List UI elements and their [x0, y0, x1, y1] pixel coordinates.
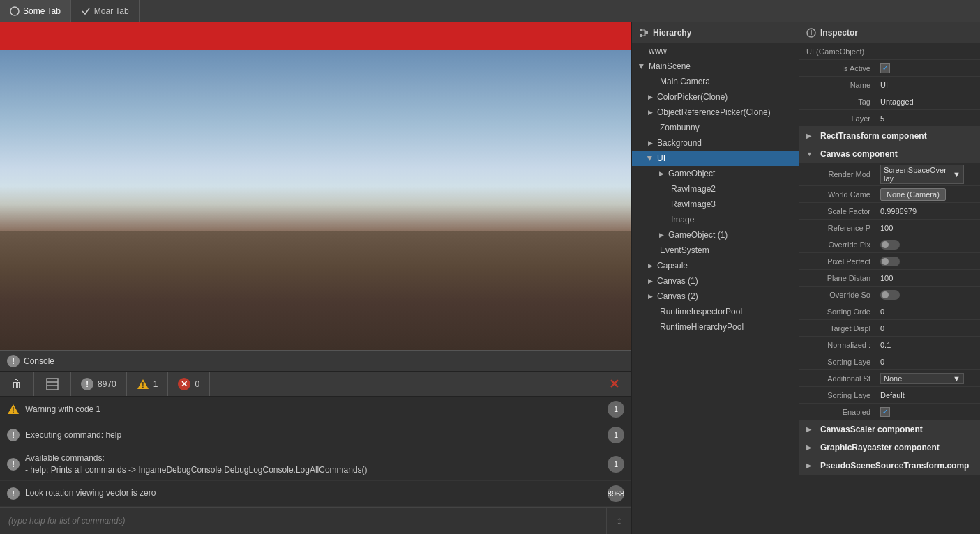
hierarchy-item-background[interactable]: ▶ Background — [632, 135, 799, 151]
targetdispl-value: 0 — [880, 324, 973, 333]
pseudoscene-label: PseudoSceneSourceTransform.comp — [820, 461, 969, 471]
hierarchy-item-colorpicker[interactable]: ▶ ColorPicker(Clone) — [632, 89, 799, 105]
inspector-section-canvasscaler[interactable]: ▶ CanvasScaler component — [799, 420, 980, 438]
hierarchy-item-rawimage2[interactable]: RawImage2 — [632, 181, 799, 197]
inspector-row-sortingordering: Sorting Orde 0 — [799, 303, 980, 320]
h-label-colorpicker: ColorPicker(Clone) — [657, 92, 799, 102]
inspector-row-sortinglaye2: Sorting Laye Default — [799, 387, 980, 404]
layer-value: 5 — [880, 114, 973, 123]
moar-tab[interactable]: Moar Tab — [71, 0, 140, 22]
console-scroll-button[interactable]: ↕ — [606, 508, 631, 534]
svg-rect-8 — [640, 29, 642, 31]
overridepix-label: Override Pix — [806, 241, 876, 249]
h-label-objectrefpicker: ObjectReferencePicker(Clone) — [657, 107, 799, 117]
rendermod-dropdown[interactable]: ScreenSpaceOverlay ▼ — [880, 165, 964, 184]
hierarchy-item-canvas1[interactable]: ▶ Canvas (1) — [632, 273, 799, 289]
clear-errors-button[interactable]: ✕ — [598, 372, 631, 396]
console-msg-count-2: 1 — [608, 456, 624, 473]
warning-count-btn[interactable]: ! 1 — [127, 372, 169, 396]
overridepix-toggle[interactable] — [880, 240, 900, 250]
targetdispl-label: Target Displ — [806, 324, 876, 333]
console-message-3[interactable]: ! Look rotation viewing vector is zero 8… — [0, 481, 631, 507]
scene-ground — [0, 231, 631, 350]
inspector-icon — [806, 28, 816, 38]
critical-count-btn[interactable]: ✕ 0 — [168, 372, 210, 396]
console-message-0[interactable]: ! Warning with code 1 1 — [0, 397, 631, 422]
hierarchy-item-mainscene[interactable]: ▶ MainScene — [632, 59, 799, 74]
normalized-value: 0.1 — [880, 341, 973, 349]
some-tab-label: Some Tab — [23, 6, 61, 16]
svg-text:!: ! — [142, 381, 144, 389]
some-tab[interactable]: Some Tab — [0, 0, 71, 22]
scalefactor-label: Scale Factor — [806, 207, 876, 215]
inspector-row-worldcame: World Came None (Camera) — [799, 186, 980, 203]
hierarchy-item-objectrefpicker[interactable]: ▶ ObjectReferencePicker(Clone) — [632, 105, 799, 120]
h-label-runtimeinspectorpool: RuntimeInspectorPool — [660, 307, 799, 316]
h-arrow-rawimage3 — [660, 200, 668, 208]
critical-count: 0 — [195, 379, 199, 389]
additionalst-value: None — [884, 374, 902, 383]
overrideso-toggle[interactable] — [880, 290, 900, 300]
hierarchy-item-canvas2[interactable]: ▶ Canvas (2) — [632, 289, 799, 304]
h-arrow-image — [660, 215, 668, 224]
console-message-2[interactable]: ! Available commands:- help: Prints all … — [0, 448, 631, 481]
hierarchy-item-capsule[interactable]: ▶ Capsule — [632, 258, 799, 273]
hierarchy-panel: Hierarchy www ▶ MainScene Main Camera ▶ — [631, 22, 799, 534]
inspector-breadcrumb: UI (GameObject) — [806, 46, 864, 57]
svg-rect-10 — [645, 31, 648, 34]
hierarchy-item-eventsystem[interactable]: EventSystem — [632, 243, 799, 258]
hierarchy-item-runtimeinspectorpool[interactable]: RuntimeInspectorPool — [632, 304, 799, 319]
console-msg-count-1: 1 — [608, 427, 624, 443]
h-label-background: Background — [657, 138, 799, 148]
additionalst-dropdown[interactable]: None ▼ — [880, 373, 964, 384]
main-area: ! Console 🗑 ! 8970 — [0, 22, 980, 534]
hierarchy-item-www[interactable]: www — [632, 43, 799, 59]
h-arrow-objectrefpicker: ▶ — [646, 108, 654, 116]
console-msg-text-0: Warning with code 1 — [25, 404, 602, 415]
h-label-capsule: Capsule — [657, 261, 799, 270]
svg-point-0 — [10, 7, 19, 15]
inspector-header: Inspector — [799, 22, 980, 43]
hierarchy-item-runtimehierarchypool[interactable]: RuntimeHierarchyPool — [632, 319, 799, 335]
worldcame-none-btn[interactable]: None (Camera) — [880, 188, 946, 201]
hierarchy-item-zombunny[interactable]: Zombunny — [632, 120, 799, 135]
h-arrow-www — [638, 47, 646, 55]
graphicraycaster-label: GraphicRaycaster component — [820, 443, 940, 452]
isactive-checkbox[interactable]: ✓ — [880, 63, 890, 73]
inspector-section-recttransform[interactable]: ▶ RectTransform component — [799, 127, 980, 145]
hierarchy-item-image[interactable]: Image — [632, 212, 799, 227]
inspector-row-normalized: Normalized : 0.1 — [799, 337, 980, 353]
canvas-arrow: ▼ — [806, 151, 816, 158]
console-msg-count-3: 8968 — [608, 485, 624, 502]
inspector-row-pixelperfect: Pixel Perfect — [799, 253, 980, 270]
inspector-section-canvas[interactable]: ▼ Canvas component — [799, 145, 980, 163]
hierarchy-item-rawimage3[interactable]: RawImage3 — [632, 197, 799, 212]
inspector-row-additionalst: Additional St None ▼ — [799, 370, 980, 387]
right-panels: Hierarchy www ▶ MainScene Main Camera ▶ — [631, 22, 980, 534]
scene-sky — [0, 50, 631, 231]
inspector-row-sortinglaye: Sorting Laye 0 — [799, 353, 980, 370]
hierarchy-item-ui[interactable]: ▶ UI — [632, 151, 799, 166]
error-count-btn[interactable]: ! 8970 — [71, 372, 127, 396]
h-label-canvas2: Canvas (2) — [657, 291, 799, 301]
hierarchy-item-gameobject[interactable]: ▶ GameObject — [632, 166, 799, 181]
console-input[interactable] — [0, 516, 606, 526]
h-label-www: www — [649, 46, 799, 56]
inspector-section-graphicraycaster[interactable]: ▶ GraphicRaycaster component — [799, 438, 980, 457]
h-arrow-capsule: ▶ — [646, 261, 654, 270]
collapse-icon — [45, 377, 59, 391]
console-msg-text-3: Look rotation viewing vector is zero — [25, 487, 602, 499]
name-value: UI — [880, 81, 973, 89]
inspector-section-pseudoscene[interactable]: ▶ PseudoSceneSourceTransform.comp — [799, 457, 980, 475]
pixelperfect-toggle[interactable] — [880, 257, 900, 266]
clear-button[interactable]: 🗑 — [0, 372, 34, 396]
planedistant-value: 100 — [880, 274, 973, 282]
hierarchy-item-maincamera[interactable]: Main Camera — [632, 74, 799, 89]
h-arrow-colorpicker: ▶ — [646, 93, 654, 101]
hierarchy-item-gameobject1[interactable]: ▶ GameObject (1) — [632, 227, 799, 243]
collapse-button[interactable] — [34, 372, 71, 396]
svg-text:!: ! — [12, 406, 14, 414]
warning-msg-icon: ! — [7, 403, 20, 415]
console-message-1[interactable]: ! Executing command: help 1 — [0, 422, 631, 448]
enabled-checkbox[interactable]: ✓ — [880, 407, 890, 417]
